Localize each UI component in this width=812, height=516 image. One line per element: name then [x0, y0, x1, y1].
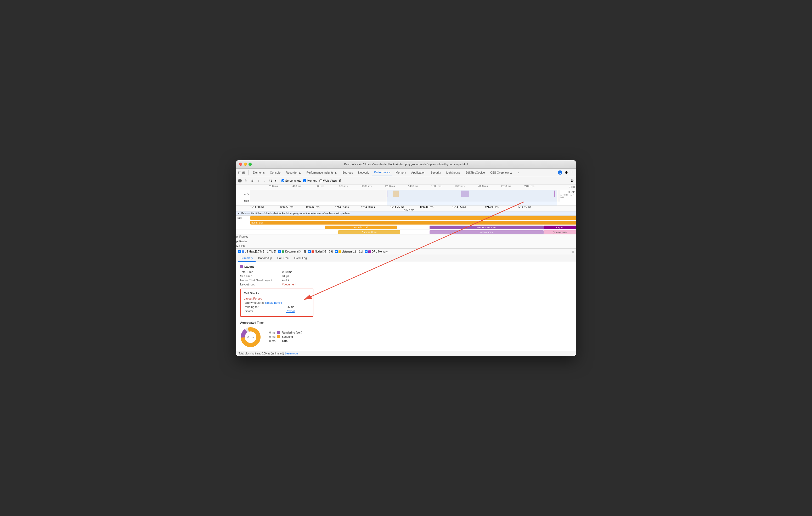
raster-row: ▶ Raster [236, 239, 576, 244]
tab-summary[interactable]: Summary [238, 255, 256, 262]
memory-checkbox[interactable] [303, 179, 306, 182]
settings-panel-icon[interactable]: ⚙ [571, 179, 574, 183]
documents-color [282, 250, 284, 253]
gpu-label[interactable]: ▶ GPU [236, 245, 250, 247]
total-time-row: Total Time 0.10 ms [240, 270, 572, 273]
minimize-button[interactable] [244, 162, 247, 166]
total-legend: 0 ms Total [266, 339, 302, 342]
layout-bar[interactable]: Layout [544, 225, 576, 229]
scripting-color [277, 335, 280, 338]
layout-forced-label[interactable]: Layout Forced [244, 297, 262, 300]
gpu-memory-checkbox[interactable] [365, 250, 368, 253]
scripting-label: Scripting [282, 335, 293, 338]
memory-label: Memory [307, 179, 317, 182]
record-button[interactable] [238, 179, 242, 182]
event-row: Event: click [236, 220, 576, 225]
js-heap-color [242, 250, 244, 253]
ts-3: 1214.65 ms [335, 206, 349, 209]
flame-chart[interactable]: Task Event: click Function [236, 216, 576, 239]
clear-icon[interactable]: ⊘ [250, 179, 254, 183]
bar-tracks[interactable] [250, 190, 560, 206]
webvitals-checkbox[interactable] [319, 179, 322, 182]
function-bar-label: Function Call [354, 226, 368, 229]
nodes-layout-label: Nodes That Need Layout [240, 279, 282, 282]
nodes-layout-value: 4 of 7 [282, 279, 289, 282]
cpu-net-labels: CPU [560, 186, 576, 189]
anon2-bar[interactable]: (anonymous) [544, 230, 576, 234]
listeners-checkbox[interactable] [335, 250, 338, 253]
reveal-link[interactable]: Reveal [286, 309, 295, 313]
anon1-bar[interactable]: (anonymous) [430, 230, 544, 234]
screenshots-checkbox-item[interactable]: Screenshots [282, 179, 301, 182]
nodes-chip[interactable]: Nodes[39 – 39] [308, 250, 333, 253]
trash-icon[interactable]: 🗑 [339, 179, 342, 182]
refresh-icon[interactable]: ↻ [244, 179, 248, 183]
tab-call-tree[interactable]: Call Tree [275, 255, 291, 262]
layout-title: Layout [244, 265, 254, 268]
tab-sources[interactable]: Sources [340, 170, 355, 175]
pending-for-label: Pending for [244, 305, 286, 308]
listeners-label: Listeners[11 – 11] [342, 250, 363, 253]
tab-console[interactable]: Console [268, 170, 283, 175]
compile-bar[interactable]: Compile Code [338, 230, 400, 234]
tab-performance[interactable]: Performance [372, 170, 393, 175]
layout-root-value[interactable]: #document [282, 283, 296, 286]
tab-perf-insights[interactable]: Performance insights ▲ [304, 170, 339, 175]
layout-bar-label: Layout [556, 226, 563, 229]
panel-toggle-icon[interactable]: ⊞ [242, 171, 245, 175]
nodes-checkbox[interactable] [308, 250, 311, 253]
listeners-chip[interactable]: Listeners[11 – 11] [335, 250, 363, 253]
self-time-value: 31 μs [282, 274, 289, 278]
tab-security[interactable]: Security [429, 170, 443, 175]
tab-bottom-up[interactable]: Bottom-Up [256, 255, 275, 262]
js-heap-chip[interactable]: JS Heap[1.7 MB – 1.7 MB] [238, 250, 276, 253]
tab-network[interactable]: Network [356, 170, 371, 175]
documents-label: Documents[3 – 3] [285, 250, 306, 253]
upload-icon[interactable]: ↑ [256, 179, 261, 183]
documents-chip[interactable]: Documents[3 – 3] [278, 250, 306, 253]
frames-label[interactable]: ▶ Frames [236, 235, 250, 238]
rendering-color [277, 331, 280, 334]
layout-forced-entry: Layout Forced [244, 297, 310, 300]
overview-bars[interactable]: CPU NET HEAP 1.7 MB – 1.7 MB [236, 190, 576, 206]
total-color [277, 339, 280, 342]
maximize-button[interactable] [249, 162, 252, 166]
compile-bar-label: Compile Code [362, 231, 377, 234]
js-heap-checkbox[interactable] [238, 250, 241, 253]
tab-elements[interactable]: Elements [251, 170, 267, 175]
selection-overlay[interactable] [387, 190, 557, 206]
close-button[interactable] [239, 162, 242, 166]
memory-chips-bar: JS Heap[1.7 MB – 1.7 MB] Documents[3 – 3… [236, 249, 576, 255]
total-value: 0 ms [266, 339, 276, 342]
raster-label[interactable]: ▶ Raster [236, 240, 250, 243]
time-200: 200 ms [269, 185, 278, 188]
tab-memory[interactable]: Memory [394, 170, 408, 175]
aggregated-section: Aggregated Time 0 ms [240, 321, 572, 348]
documents-checkbox[interactable] [278, 250, 281, 253]
settings-icon[interactable]: ⚙ [565, 171, 568, 175]
function-bar[interactable]: Function Call [325, 225, 397, 229]
tab-lighthouse[interactable]: Lighthouse [444, 170, 463, 175]
tab-application[interactable]: Application [409, 170, 428, 175]
memory-checkbox-item[interactable]: Memory [303, 179, 317, 182]
cursor-icon[interactable]: ⬚ [238, 171, 241, 175]
screenshots-checkbox[interactable] [282, 179, 284, 182]
learn-more-link[interactable]: Learn more [285, 352, 298, 355]
simple-html-link[interactable]: simple.html:6 [265, 301, 282, 304]
scrollbar-icon: ≡ [572, 249, 574, 254]
gpu-memory-chip[interactable]: GPU Memory [365, 250, 388, 253]
tab-recorder[interactable]: Recorder ▲ [284, 170, 303, 175]
webvitals-checkbox-item[interactable]: Web Vitals [319, 179, 337, 182]
download-icon[interactable]: ↓ [263, 179, 267, 183]
tab-event-log[interactable]: Event Log [291, 255, 310, 262]
tab-editthiscookie[interactable]: EditThisCookie [464, 170, 487, 175]
event-bar[interactable]: Event: click [250, 221, 576, 224]
self-time-label: Self Time [240, 274, 282, 278]
tab-css-overview[interactable]: CSS Overview ▲ [488, 170, 515, 175]
tab-more[interactable]: » [516, 170, 521, 175]
more-options-icon[interactable]: ⋮ [570, 171, 574, 175]
task-bar[interactable] [250, 216, 576, 220]
bar-labels: CPU NET [236, 190, 250, 206]
screenshots-label: Screenshots [285, 179, 301, 182]
recalc-bar[interactable]: Recalculate Style [430, 225, 544, 229]
